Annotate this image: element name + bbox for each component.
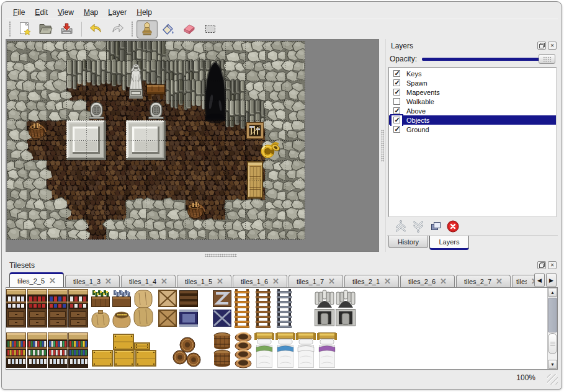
layer-visibility-checkbox[interactable] xyxy=(393,98,400,105)
layer-row-ground[interactable]: Ground xyxy=(389,125,556,134)
menu-edit[interactable]: Edit xyxy=(30,7,53,18)
tileset-tab-tiles_2_1[interactable]: tiles_2_1✕ xyxy=(344,275,399,287)
layer-visibility-checkbox[interactable] xyxy=(393,79,400,86)
close-tab-icon[interactable]: ✕ xyxy=(49,276,56,285)
tileset-scrollbar[interactable]: ▲ ▼ xyxy=(547,288,557,369)
scroll-tabs-right-button[interactable]: ▶ xyxy=(546,273,557,287)
tab-history[interactable]: History xyxy=(388,236,428,248)
layer-row-walkable[interactable]: Walkable xyxy=(389,97,556,106)
opacity-slider[interactable] xyxy=(422,54,555,64)
layer-name: Spawn xyxy=(406,79,427,87)
eraser-tool-button[interactable] xyxy=(179,20,200,38)
vertical-splitter[interactable] xyxy=(379,39,385,252)
close-tab-icon[interactable]: ✕ xyxy=(440,277,447,286)
layers-panel: Layers ✕ Opacity: KeysSpawnMapeventsWalk… xyxy=(385,39,558,252)
tileset-tab-tiles_1_4[interactable]: tiles_1_4✕ xyxy=(121,275,176,287)
close-tab-icon[interactable]: ✕ xyxy=(272,277,279,286)
tileset-tab-tiles_2_5[interactable]: tiles_2_5✕ xyxy=(9,272,64,287)
layer-row-spawn[interactable]: Spawn xyxy=(389,78,556,87)
layer-row-mapevents[interactable]: Mapevents xyxy=(389,87,556,97)
tilesets-panel-title: Tilesets xyxy=(9,261,35,270)
toolbar-grip xyxy=(130,21,135,37)
tileset-tab-tiles_1_7[interactable]: tiles_1_7✕ xyxy=(289,275,343,287)
tileset-canvas[interactable] xyxy=(6,288,547,369)
duplicate-layer-button[interactable] xyxy=(427,219,444,234)
layer-visibility-checkbox[interactable] xyxy=(393,107,400,114)
tileset-tab-tiles_1_5[interactable]: tiles_1_5✕ xyxy=(177,275,231,287)
app-window: FileEditViewMapLayerHelp Layers ✕ Opacit… xyxy=(1,1,562,390)
tileset-body: ▲ ▼ xyxy=(6,287,558,370)
layers-panel-title: Layers xyxy=(391,42,413,50)
menu-layer[interactable]: Layer xyxy=(103,7,132,18)
layer-name: Walkable xyxy=(406,98,434,105)
float-panel-icon[interactable] xyxy=(537,261,546,269)
layer-name: Ground xyxy=(406,126,429,133)
fill-tool-button[interactable] xyxy=(158,20,179,38)
select-tool-button[interactable] xyxy=(200,20,221,38)
scroll-tabs-left-button[interactable]: ◀ xyxy=(534,273,545,287)
menu-help[interactable]: Help xyxy=(132,7,157,18)
resize-grip[interactable] xyxy=(547,374,558,385)
open-folder-button[interactable] xyxy=(35,20,56,38)
layer-row-above[interactable]: Above xyxy=(389,106,556,115)
tilesets-panel: Tilesets ✕ tiles_2_5✕tiles_1_3✕tiles_1_4… xyxy=(6,259,558,370)
layer-name: Above xyxy=(406,107,426,115)
close-tab-icon[interactable]: ✕ xyxy=(328,277,335,286)
layer-visibility-checkbox[interactable] xyxy=(393,126,400,133)
layer-visibility-checkbox[interactable] xyxy=(393,70,400,77)
new-file-button[interactable] xyxy=(14,20,35,38)
tileset-tab-tiles_1_6[interactable]: tiles_1_6✕ xyxy=(233,275,287,287)
close-tab-icon[interactable]: ✕ xyxy=(384,277,391,286)
move-layer-down-button[interactable] xyxy=(410,219,427,234)
close-tab-icon[interactable]: ✕ xyxy=(105,277,112,286)
menu-bar: FileEditViewMapLayerHelp xyxy=(6,6,558,19)
scrollbar-thumb[interactable] xyxy=(548,333,557,354)
toolbar-grip xyxy=(7,21,12,37)
opacity-slider-handle[interactable] xyxy=(539,54,555,64)
layer-row-objects[interactable]: Objects xyxy=(389,115,556,125)
toolbar xyxy=(6,19,558,39)
float-panel-icon[interactable] xyxy=(537,42,546,50)
menu-map[interactable]: Map xyxy=(79,7,103,18)
menu-view[interactable]: View xyxy=(53,7,79,18)
close-tab-icon[interactable]: ✕ xyxy=(496,277,503,286)
close-panel-icon[interactable]: ✕ xyxy=(548,261,557,269)
map-canvas[interactable] xyxy=(6,40,378,251)
horizontal-splitter[interactable] xyxy=(6,252,558,259)
tileset-tab-tiles_1_3[interactable]: tiles_1_3✕ xyxy=(65,275,120,287)
layer-name: Mapevents xyxy=(406,89,440,96)
tileset-tab-tiles_2_7[interactable]: tiles_2_7✕ xyxy=(456,275,511,287)
delete-layer-button[interactable] xyxy=(444,219,462,234)
zoom-level: 100% xyxy=(516,373,535,382)
layer-list: KeysSpawnMapeventsWalkableAboveObjectsGr… xyxy=(388,67,557,217)
move-layer-up-button[interactable] xyxy=(392,219,410,234)
side-tabs: HistoryLayers xyxy=(387,236,558,252)
status-bar: 100% xyxy=(6,370,558,385)
opacity-label: Opacity: xyxy=(390,55,417,63)
redo-button[interactable] xyxy=(107,20,128,38)
tileset-tabs: tiles_2_5✕tiles_1_3✕tiles_1_4✕tiles_1_5✕… xyxy=(6,272,558,287)
layer-row-keys[interactable]: Keys xyxy=(389,69,556,78)
layer-toolbar xyxy=(387,217,558,236)
menu-file[interactable]: File xyxy=(8,7,30,18)
splitter-grip xyxy=(381,130,384,162)
close-panel-icon[interactable]: ✕ xyxy=(548,42,557,50)
close-tab-icon[interactable]: ✕ xyxy=(161,277,168,286)
scroll-up-button[interactable]: ▲ xyxy=(548,288,557,297)
undo-button[interactable] xyxy=(86,20,107,38)
layer-name: Keys xyxy=(406,70,421,78)
tab-layers[interactable]: Layers xyxy=(429,236,469,250)
layer-visibility-checkbox[interactable] xyxy=(393,89,400,96)
stamp-tool-button[interactable] xyxy=(137,20,158,38)
layer-visibility-checkbox[interactable] xyxy=(393,117,400,123)
save-button[interactable] xyxy=(56,20,78,38)
tileset-tab-tiles_2_6[interactable]: tiles_2_6✕ xyxy=(400,275,455,287)
close-tab-icon[interactable]: ✕ xyxy=(217,277,223,286)
splitter-grip xyxy=(205,254,237,257)
scroll-down-button[interactable]: ▼ xyxy=(548,360,557,369)
map-viewport[interactable] xyxy=(6,39,379,252)
layer-name: Objects xyxy=(406,117,429,124)
